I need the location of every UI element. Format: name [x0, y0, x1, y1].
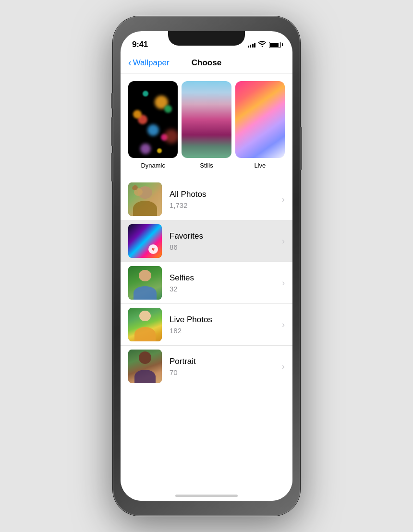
list-item-live-photos[interactable]: Live Photos 182 ›	[121, 304, 292, 346]
wallpaper-category-stills[interactable]: Stills	[182, 81, 231, 169]
navigation-bar: ‹ Wallpaper Choose	[121, 52, 292, 73]
portrait-thumbnail	[128, 350, 162, 383]
wallpaper-categories: Dynamic Stills Live	[121, 73, 292, 169]
favorites-count: 86	[170, 243, 282, 251]
mute-button[interactable]	[111, 93, 113, 109]
list-item-favorites[interactable]: ♥ Favorites 86 ›	[121, 220, 292, 262]
favorites-chevron-icon: ›	[282, 236, 285, 246]
all-photos-text: All Photos 1,732	[170, 190, 282, 209]
back-chevron-icon: ‹	[128, 57, 132, 68]
signal-bar-1	[248, 46, 249, 48]
notch	[168, 31, 245, 46]
favorites-thumbnail: ♥	[128, 224, 162, 258]
list-item-selfies[interactable]: Selfies 32 ›	[121, 262, 292, 304]
selfies-text: Selfies 32	[170, 273, 282, 293]
back-label: Wallpaper	[133, 58, 170, 68]
wallpaper-category-live[interactable]: Live	[235, 81, 285, 169]
dynamic-thumbnail	[128, 81, 178, 158]
list-item-portrait[interactable]: Portrait 70 ›	[121, 346, 292, 387]
all-photos-thumbnail	[128, 182, 162, 216]
all-photos-chevron-icon: ›	[282, 194, 285, 205]
selfies-count: 32	[170, 285, 282, 293]
dynamic-label: Dynamic	[141, 162, 165, 169]
status-icons	[248, 41, 281, 48]
portrait-count: 70	[170, 368, 282, 376]
signal-icon	[248, 42, 256, 48]
status-time: 9:41	[132, 40, 148, 49]
selfies-title: Selfies	[170, 273, 282, 283]
signal-bar-2	[250, 45, 251, 48]
list-item-all-photos[interactable]: All Photos 1,732 ›	[121, 179, 292, 220]
stills-thumbnail	[182, 81, 231, 158]
power-button[interactable]	[300, 127, 302, 170]
signal-bar-4	[254, 43, 255, 48]
volume-down-button[interactable]	[111, 153, 113, 181]
live-photos-chevron-icon: ›	[282, 320, 285, 330]
portrait-text: Portrait 70	[170, 357, 282, 376]
all-photos-title: All Photos	[170, 190, 282, 199]
live-label: Live	[254, 162, 266, 169]
wifi-icon	[258, 41, 266, 48]
live-photos-count: 182	[170, 326, 282, 335]
favorites-text: Favorites 86	[170, 231, 282, 251]
selfies-thumbnail	[128, 266, 162, 300]
content-area: Dynamic Stills Live	[121, 73, 292, 501]
battery-fill	[270, 43, 279, 47]
favorites-title: Favorites	[170, 231, 282, 241]
home-indicator[interactable]	[175, 495, 238, 497]
volume-up-button[interactable]	[111, 117, 113, 146]
phone-screen: 9:41	[121, 31, 292, 501]
wallpaper-category-dynamic[interactable]: Dynamic	[128, 81, 178, 169]
phone-frame: 9:41	[113, 16, 300, 516]
signal-bar-3	[252, 44, 254, 48]
portrait-title: Portrait	[170, 357, 282, 366]
stills-label: Stills	[200, 162, 213, 169]
page-title: Choose	[192, 58, 221, 68]
battery-icon	[269, 42, 281, 48]
live-photos-title: Live Photos	[170, 315, 282, 325]
portrait-chevron-icon: ›	[282, 362, 285, 372]
live-photos-text: Live Photos 182	[170, 315, 282, 335]
live-photos-thumbnail	[128, 308, 162, 341]
photo-albums-list: All Photos 1,732 › ♥ Favorites 86 ›	[121, 179, 292, 387]
back-button[interactable]: ‹ Wallpaper	[128, 57, 170, 68]
all-photos-count: 1,732	[170, 201, 282, 209]
live-thumbnail	[235, 81, 285, 158]
selfies-chevron-icon: ›	[282, 278, 285, 288]
